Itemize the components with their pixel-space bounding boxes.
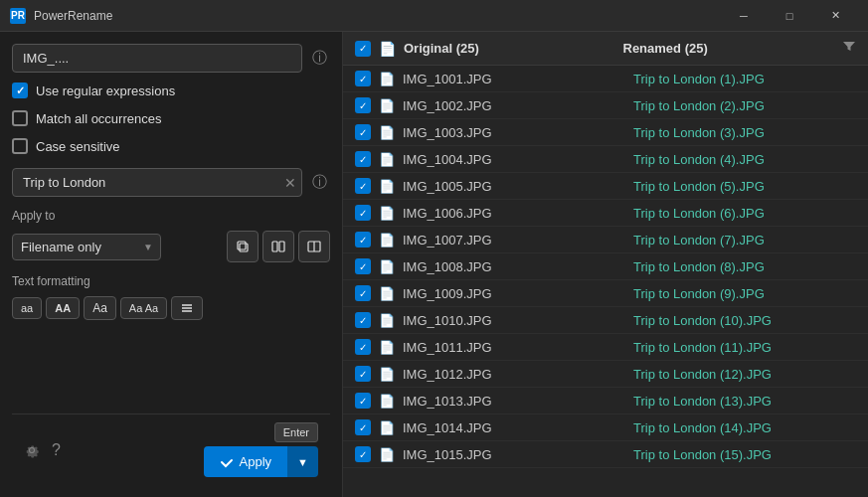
row-checkbox-7[interactable]: ✓	[355, 258, 371, 274]
formatting-row: aa AA Aa Aa Aa	[12, 296, 330, 320]
filter-icon[interactable]	[842, 40, 856, 57]
use-regex-label: Use regular expressions	[36, 83, 175, 98]
search-info-icon[interactable]: ⓘ	[308, 48, 330, 70]
row-renamed-5: Trip to London (6).JPG	[633, 206, 856, 221]
table-row: ✓ 📄 IMG_1007.JPG Trip to London (7).JPG	[343, 227, 868, 253]
case-sensitive-row: Case sensitive	[12, 136, 330, 156]
row-file-icon-3: 📄	[379, 152, 395, 167]
case-sensitive-checkbox[interactable]	[12, 138, 28, 154]
row-file-icon-2: 📄	[379, 125, 395, 140]
row-original-7: IMG_1008.JPG	[403, 259, 625, 274]
apply-button[interactable]: Apply	[204, 446, 288, 477]
maximize-button[interactable]: □	[767, 0, 812, 32]
row-renamed-12: Trip to London (13).JPG	[633, 394, 856, 409]
text-formatting-label: Text formatting	[12, 274, 330, 288]
use-regex-checkbox[interactable]: ✓	[12, 83, 28, 98]
match-all-checkbox[interactable]	[12, 110, 28, 126]
format-wordcase-button[interactable]: Aa Aa	[120, 297, 167, 319]
row-renamed-9: Trip to London (10).JPG	[633, 313, 856, 328]
row-original-14: IMG_1015.JPG	[403, 447, 625, 462]
row-original-5: IMG_1006.JPG	[403, 206, 625, 221]
table-row: ✓ 📄 IMG_1011.JPG Trip to London (11).JPG	[343, 334, 868, 361]
app-title: PowerRename	[34, 9, 112, 23]
row-checkbox-5[interactable]: ✓	[355, 205, 371, 221]
row-original-10: IMG_1011.JPG	[403, 340, 625, 355]
search-input[interactable]	[12, 44, 302, 73]
format-titlecase-button[interactable]: Aa	[84, 296, 116, 320]
table-body: ✓ 📄 IMG_1001.JPG Trip to London (1).JPG …	[343, 66, 868, 497]
row-original-12: IMG_1013.JPG	[403, 394, 625, 409]
table-row: ✓ 📄 IMG_1004.JPG Trip to London (4).JPG	[343, 146, 868, 173]
bottom-left: ?	[24, 441, 61, 459]
renamed-column-header: Renamed (25)	[623, 41, 835, 56]
row-original-9: IMG_1010.JPG	[403, 313, 625, 328]
row-file-icon-1: 📄	[379, 98, 395, 113]
merge-icon-button[interactable]	[298, 231, 330, 262]
copy-icon-button[interactable]	[227, 231, 259, 262]
row-original-4: IMG_1005.JPG	[403, 179, 625, 194]
enter-tooltip: Enter	[274, 422, 318, 442]
table-row: ✓ 📄 IMG_1003.JPG Trip to London (3).JPG	[343, 119, 868, 146]
minimize-button[interactable]: ─	[721, 0, 767, 32]
row-checkbox-3[interactable]: ✓	[355, 151, 371, 167]
help-button[interactable]: ?	[52, 441, 61, 459]
row-file-icon-13: 📄	[379, 420, 395, 435]
row-checkbox-11[interactable]: ✓	[355, 366, 371, 382]
row-renamed-13: Trip to London (14).JPG	[633, 420, 856, 435]
settings-button[interactable]	[24, 441, 40, 459]
match-all-label: Match all occurrences	[36, 111, 161, 126]
row-renamed-6: Trip to London (7).JPG	[633, 233, 856, 248]
row-checkbox-6[interactable]: ✓	[355, 232, 371, 248]
svg-rect-3	[279, 242, 284, 251]
title-bar: PR PowerRename ─ □ ✕	[0, 0, 868, 32]
table-row: ✓ 📄 IMG_1006.JPG Trip to London (6).JPG	[343, 200, 868, 227]
use-regex-row: ✓ Use regular expressions	[12, 81, 330, 100]
replace-input-wrap: ✕	[12, 168, 302, 197]
row-checkbox-9[interactable]: ✓	[355, 312, 371, 328]
row-checkbox-12[interactable]: ✓	[355, 393, 371, 409]
row-renamed-10: Trip to London (11).JPG	[633, 340, 856, 355]
clear-replace-button[interactable]: ✕	[284, 175, 296, 191]
format-lowercase-button[interactable]: aa	[12, 297, 42, 319]
apply-dropdown-button[interactable]: ▼	[287, 446, 318, 477]
row-checkbox-4[interactable]: ✓	[355, 178, 371, 194]
row-checkbox-8[interactable]: ✓	[355, 285, 371, 301]
table-row: ✓ 📄 IMG_1005.JPG Trip to London (5).JPG	[343, 173, 868, 200]
table-row: ✓ 📄 IMG_1013.JPG Trip to London (13).JPG	[343, 388, 868, 414]
table-row: ✓ 📄 IMG_1010.JPG Trip to London (10).JPG	[343, 307, 868, 334]
row-original-3: IMG_1004.JPG	[403, 152, 625, 167]
right-panel: ✓ 📄 Original (25) Renamed (25) ✓ 📄 IMG_1…	[343, 32, 868, 497]
row-checkbox-0[interactable]: ✓	[355, 71, 371, 86]
app-icon: PR	[10, 8, 26, 24]
row-file-icon-5: 📄	[379, 206, 395, 221]
select-all-checkbox[interactable]: ✓	[355, 41, 371, 57]
row-file-icon-4: 📄	[379, 179, 395, 194]
close-button[interactable]: ✕	[812, 0, 858, 32]
apply-to-select[interactable]: Filename only Extension only Filename an…	[12, 234, 161, 260]
split-icon-button[interactable]	[262, 231, 294, 262]
row-file-icon-12: 📄	[379, 394, 395, 409]
row-original-0: IMG_1001.JPG	[403, 72, 625, 86]
row-checkbox-13[interactable]: ✓	[355, 419, 371, 435]
row-checkbox-1[interactable]: ✓	[355, 97, 371, 113]
apply-to-row: Filename only Extension only Filename an…	[12, 231, 330, 262]
file-icon-header: 📄	[379, 41, 396, 57]
apply-area: Enter Apply ▼	[204, 422, 318, 477]
format-uppercase-button[interactable]: AA	[46, 297, 80, 319]
replace-input[interactable]	[12, 168, 302, 197]
row-checkbox-10[interactable]: ✓	[355, 339, 371, 355]
table-row: ✓ 📄 IMG_1001.JPG Trip to London (1).JPG	[343, 66, 868, 92]
svg-rect-2	[272, 242, 277, 251]
table-row: ✓ 📄 IMG_1008.JPG Trip to London (8).JPG	[343, 253, 868, 280]
search-input-wrap	[12, 44, 302, 73]
row-checkbox-14[interactable]: ✓	[355, 446, 371, 462]
row-file-icon-14: 📄	[379, 447, 395, 462]
row-renamed-11: Trip to London (12).JPG	[633, 367, 856, 382]
table-row: ✓ 📄 IMG_1012.JPG Trip to London (12).JPG	[343, 361, 868, 388]
row-renamed-14: Trip to London (15).JPG	[633, 447, 856, 462]
apply-to-select-wrap: Filename only Extension only Filename an…	[12, 234, 161, 260]
table-row: ✓ 📄 IMG_1015.JPG Trip to London (15).JPG	[343, 441, 868, 468]
row-checkbox-2[interactable]: ✓	[355, 124, 371, 140]
format-list-button[interactable]	[171, 296, 203, 320]
replace-info-icon[interactable]: ⓘ	[308, 172, 330, 194]
